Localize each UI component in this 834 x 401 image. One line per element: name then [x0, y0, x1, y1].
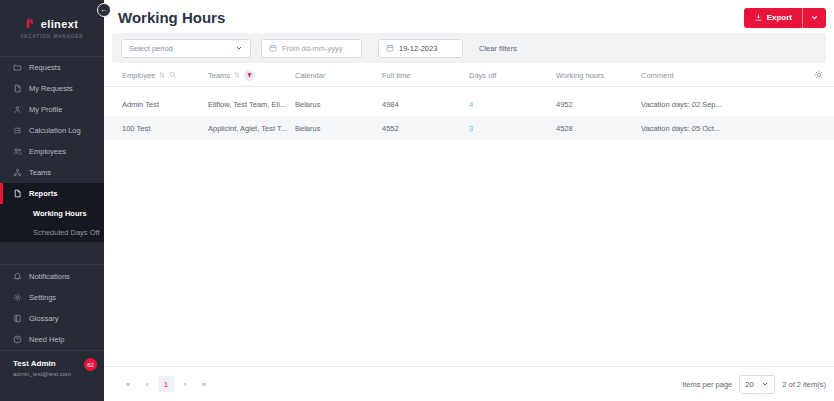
items-per-page-select[interactable]: 20: [739, 375, 775, 394]
table-row[interactable]: 100 Test Applicint, Aglet, Test T... Bel…: [104, 116, 834, 140]
team-icon: [13, 168, 22, 177]
items-per-page-label: Items per page: [682, 380, 732, 389]
cell-full-time: 4984: [382, 100, 469, 109]
sort-icon[interactable]: [233, 71, 241, 79]
items-per-page: Items per page 20 2 of 2 item(s): [682, 375, 826, 394]
topbar: Working Hours Export: [104, 0, 834, 33]
sidebar-item-teams[interactable]: Teams: [0, 162, 104, 183]
column-settings-button[interactable]: [812, 70, 824, 80]
sidebar-item-label: Reports: [29, 189, 57, 198]
last-page-button[interactable]: »: [196, 376, 212, 392]
cell-comment: Vacation days: 05 Oct...: [641, 124, 824, 133]
report-icon: [13, 189, 22, 198]
bell-icon: [13, 272, 22, 281]
clear-filters-link[interactable]: Clear filters: [479, 44, 517, 53]
gear-icon: [814, 70, 824, 80]
folder-icon: [13, 63, 22, 72]
sidebar-item-label: Teams: [29, 168, 51, 177]
sidebar-item-label: Need Help: [29, 335, 64, 344]
days-off-link[interactable]: 3: [469, 124, 473, 133]
sidebar-spacer: [0, 242, 104, 264]
cell-working-hours: 4528: [556, 124, 641, 133]
gear-icon: [13, 293, 22, 302]
sidebar-item-need-help[interactable]: Need Help: [0, 329, 104, 350]
table-body: Admin Test Eliflow, Test Team, Eli... Be…: [104, 92, 834, 140]
cell-employee: 100 Test: [122, 124, 208, 133]
collapse-arrow-icon: ←: [100, 6, 108, 14]
export-dropdown-button[interactable]: [802, 8, 826, 28]
column-label: Days off: [469, 71, 496, 80]
sidebar-item-label: Glossary: [29, 314, 59, 323]
main-content: Working Hours Export Select period Clear…: [104, 0, 834, 401]
sidebar-item-label: Notifications: [29, 272, 70, 281]
export-button[interactable]: Export: [744, 8, 802, 28]
sidebar-subitem-working-hours[interactable]: Working Hours: [0, 204, 104, 223]
chevron-down-icon: [761, 380, 769, 388]
column-label: Full time: [382, 71, 410, 80]
cell-comment: Vacation days: 02 Sep...: [641, 100, 824, 109]
column-label: Working hours: [556, 71, 604, 80]
items-summary: 2 of 2 item(s): [782, 380, 826, 389]
column-header-employee: Employee: [122, 71, 208, 80]
sidebar-item-calculation-log[interactable]: Calculation Log: [0, 120, 104, 141]
sidebar-item-my-profile[interactable]: My Profile: [0, 99, 104, 120]
page-title: Working Hours: [118, 9, 225, 26]
calendar-icon: [269, 44, 277, 52]
current-page-button[interactable]: 1: [158, 376, 174, 392]
period-select-value: Select period: [129, 44, 173, 53]
sidebar-subitem-scheduled-days-off[interactable]: Scheduled Days Off: [0, 223, 104, 242]
sidebar-collapse-button[interactable]: ←: [97, 3, 111, 17]
column-label: Comment: [641, 71, 674, 80]
calendar-icon: [386, 44, 394, 52]
sidebar-item-label: My Requests: [29, 84, 73, 93]
sidebar-item-glossary[interactable]: Glossary: [0, 308, 104, 329]
cell-working-hours: 4952: [556, 100, 641, 109]
sidebar-item-label: Requests: [29, 63, 61, 72]
date-to-input[interactable]: [399, 44, 455, 53]
sidebar-item-reports[interactable]: Reports: [0, 183, 104, 204]
sidebar-item-label: My Profile: [29, 105, 62, 114]
export-split-button[interactable]: Export: [744, 8, 826, 28]
sidebar-item-requests[interactable]: Requests: [0, 57, 104, 78]
pagination: « ‹ 1 › »: [120, 376, 212, 392]
document-icon: [13, 84, 22, 93]
date-from-field[interactable]: [261, 39, 362, 58]
cell-calendar: Belarus: [295, 100, 382, 109]
notification-count-badge[interactable]: 62: [84, 358, 97, 371]
column-label: Calendar: [295, 71, 325, 80]
first-page-button[interactable]: «: [120, 376, 136, 392]
next-page-button[interactable]: ›: [177, 376, 193, 392]
date-from-input[interactable]: [282, 44, 354, 53]
cell-teams: Applicint, Aglet, Test T...: [208, 124, 295, 133]
date-to-field[interactable]: [378, 39, 463, 58]
days-off-link[interactable]: 4: [469, 100, 473, 109]
column-label: Teams: [208, 71, 230, 80]
column-header-comment: Comment: [641, 71, 812, 80]
funnel-icon: [246, 72, 253, 79]
filter-bar: Select period Clear filters: [112, 33, 826, 63]
sort-icon[interactable]: [158, 71, 166, 79]
cell-teams: Eliflow, Test Team, Eli...: [208, 100, 295, 109]
period-select[interactable]: Select period: [121, 39, 251, 58]
book-icon: [13, 314, 22, 323]
sidebar-item-notifications[interactable]: Notifications: [0, 266, 104, 287]
column-header-teams: Teams: [208, 70, 295, 81]
filter-funnel-button[interactable]: [244, 70, 255, 81]
sidebar-item-employees[interactable]: Employees: [0, 141, 104, 162]
column-header-full-time: Full time: [382, 71, 469, 80]
column-header-calendar: Calendar: [295, 71, 382, 80]
table-row[interactable]: Admin Test Eliflow, Test Team, Eli... Be…: [104, 92, 834, 116]
search-icon[interactable]: [169, 71, 177, 79]
prev-page-button[interactable]: ‹: [139, 376, 155, 392]
user-profile[interactable]: Test Admin admin_test@test.com 62: [0, 350, 104, 401]
table-header-row: Employee Teams Calendar Full time Days o…: [104, 64, 834, 87]
sidebar-item-my-requests[interactable]: My Requests: [0, 78, 104, 99]
items-per-page-value: 20: [745, 380, 753, 389]
export-label: Export: [767, 13, 792, 22]
logo: elinext VACATION MANAGER: [0, 0, 104, 57]
chevron-down-icon: [235, 44, 243, 52]
sidebar-item-settings[interactable]: Settings: [0, 287, 104, 308]
cell-calendar: Belarus: [295, 124, 382, 133]
sidebar-item-label: Calculation Log: [29, 126, 81, 135]
column-header-days-off: Days off: [469, 71, 556, 80]
